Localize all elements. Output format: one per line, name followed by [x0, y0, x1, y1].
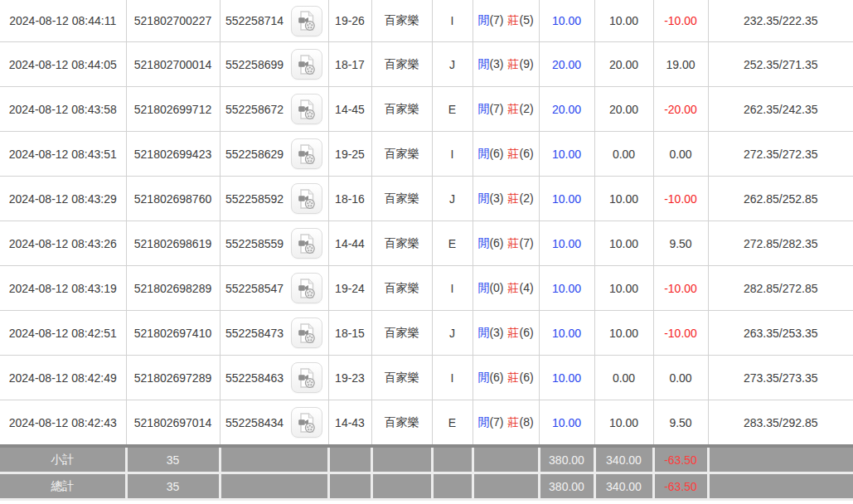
bet-row: 2024-08-12 08:42:49 521802697289 5522584… [0, 356, 853, 400]
subtotal-bet-total: 380.00 [539, 446, 594, 473]
banker-result-label: 莊 [508, 147, 520, 160]
bet-row: 2024-08-12 08:42:43 521802697014 5522584… [0, 400, 853, 447]
video-replay-button[interactable] [291, 183, 322, 214]
bet-id-cell: 521802697289 [126, 356, 220, 400]
banker-result-label: 莊 [508, 236, 520, 250]
winloss-cell: 19.00 [653, 42, 708, 87]
video-replay-button[interactable] [291, 362, 322, 393]
bet-id-cell: 521802698760 [126, 177, 220, 221]
winloss-cell: -10.00 [653, 266, 708, 311]
game-id: 552258547 [225, 282, 284, 295]
video-file-icon [297, 188, 317, 210]
video-replay-button[interactable] [291, 273, 322, 303]
player-result-label: 閒 [477, 57, 489, 70]
player-result-label: 閒 [477, 147, 489, 160]
game-id: 552258672 [225, 103, 284, 116]
total-empty-cell [371, 473, 432, 500]
balance-cell: 232.35/222.35 [708, 0, 853, 42]
bet-id-cell: 521802698289 [126, 266, 220, 311]
banker-points: (6) [520, 147, 534, 160]
game-id: 552258714 [225, 14, 284, 27]
round-cell: 14-43 [328, 400, 371, 447]
game-id: 552258629 [225, 148, 284, 161]
balance-cell: 262.85/252.85 [708, 177, 853, 221]
total-count: 35 [126, 473, 220, 500]
bet-row: 2024-08-12 08:43:29 521802698760 5522585… [0, 177, 853, 221]
total-row: 總計 35 380.00 340.00 -63.50 [0, 473, 853, 500]
table-code-cell: I [432, 266, 473, 311]
game-name-cell: 百家樂 [371, 221, 432, 266]
player-result-label: 閒 [477, 415, 489, 429]
bet-id-cell: 521802699423 [126, 132, 220, 177]
video-replay-button[interactable] [291, 49, 322, 80]
bet-id-cell: 521802698619 [126, 221, 220, 266]
subtotal-empty-cell [708, 446, 853, 473]
subtotal-empty-cell [220, 446, 328, 473]
bet-amount-cell: 10.00 [539, 266, 594, 311]
player-points: (6) [489, 236, 503, 250]
valid-bet-cell: 10.00 [594, 221, 653, 266]
video-file-icon [297, 54, 317, 75]
bet-amount-cell: 10.00 [539, 221, 594, 266]
table-code-cell: E [432, 221, 473, 266]
player-points: (3) [489, 191, 503, 205]
game-id-cell: 552258629 [220, 132, 328, 177]
bet-time-cell: 2024-08-12 08:43:26 [0, 221, 126, 266]
table-code-cell: E [432, 400, 473, 447]
video-replay-button[interactable] [291, 138, 322, 169]
bet-row: 2024-08-12 08:43:58 521802699712 5522586… [0, 87, 853, 132]
banker-result-label: 莊 [508, 191, 520, 205]
round-cell: 14-44 [328, 221, 371, 266]
video-replay-button[interactable] [291, 228, 322, 259]
subtotal-empty-cell [473, 446, 539, 473]
video-file-icon [297, 412, 317, 434]
bet-amount-cell: 10.00 [539, 177, 594, 221]
bet-time-cell: 2024-08-12 08:42:43 [0, 400, 126, 447]
player-points: (7) [489, 13, 503, 27]
result-cell: 閒(0)莊(4) [473, 266, 539, 311]
bet-time-cell: 2024-08-12 08:44:05 [0, 42, 126, 87]
total-empty-cell [328, 473, 371, 500]
video-replay-button[interactable] [291, 407, 322, 438]
bet-row: 2024-08-12 08:44:11 521802700227 5522587… [0, 0, 853, 42]
game-id-cell: 552258547 [220, 266, 328, 311]
player-points: (6) [489, 147, 503, 160]
bet-row: 2024-08-12 08:43:26 521802698619 5522585… [0, 221, 853, 266]
video-replay-button[interactable] [291, 94, 322, 124]
round-cell: 18-16 [328, 177, 371, 221]
winloss-cell: -10.00 [653, 311, 708, 356]
balance-cell: 272.35/272.35 [708, 132, 853, 177]
video-replay-button[interactable] [291, 6, 322, 36]
subtotal-row: 小計 35 380.00 340.00 -63.50 [0, 446, 853, 473]
banker-result-label: 莊 [508, 415, 520, 429]
video-file-icon [297, 233, 317, 254]
banker-points: (7) [520, 236, 534, 250]
bet-time-cell: 2024-08-12 08:43:29 [0, 177, 126, 221]
bet-row: 2024-08-12 08:43:51 521802699423 5522586… [0, 132, 853, 177]
balance-cell: 282.85/272.85 [708, 266, 853, 311]
player-result-label: 閒 [477, 326, 489, 339]
bet-id-cell: 521802697410 [126, 311, 220, 356]
game-id-cell: 552258463 [220, 356, 328, 400]
video-file-icon [297, 10, 317, 32]
game-id-cell: 552258473 [220, 311, 328, 356]
result-cell: 閒(6)莊(6) [473, 132, 539, 177]
video-replay-button[interactable] [291, 317, 322, 348]
table-code-cell: J [432, 311, 473, 356]
bet-row: 2024-08-12 08:43:19 521802698289 5522585… [0, 266, 853, 311]
balance-cell: 263.35/253.35 [708, 311, 853, 356]
table-code-cell: I [432, 0, 473, 42]
winloss-cell: 9.50 [653, 400, 708, 447]
game-id-cell: 552258672 [220, 87, 328, 132]
game-id: 552258592 [225, 192, 284, 206]
banker-result-label: 莊 [508, 102, 520, 115]
subtotal-empty-cell [432, 446, 473, 473]
round-cell: 14-45 [328, 87, 371, 132]
game-id-cell: 552258714 [220, 0, 328, 42]
result-cell: 閒(3)莊(9) [473, 42, 539, 87]
round-cell: 19-23 [328, 356, 371, 400]
total-empty-cell [708, 473, 853, 500]
video-file-icon [297, 322, 317, 344]
round-cell: 19-25 [328, 132, 371, 177]
subtotal-empty-cell [328, 446, 371, 473]
